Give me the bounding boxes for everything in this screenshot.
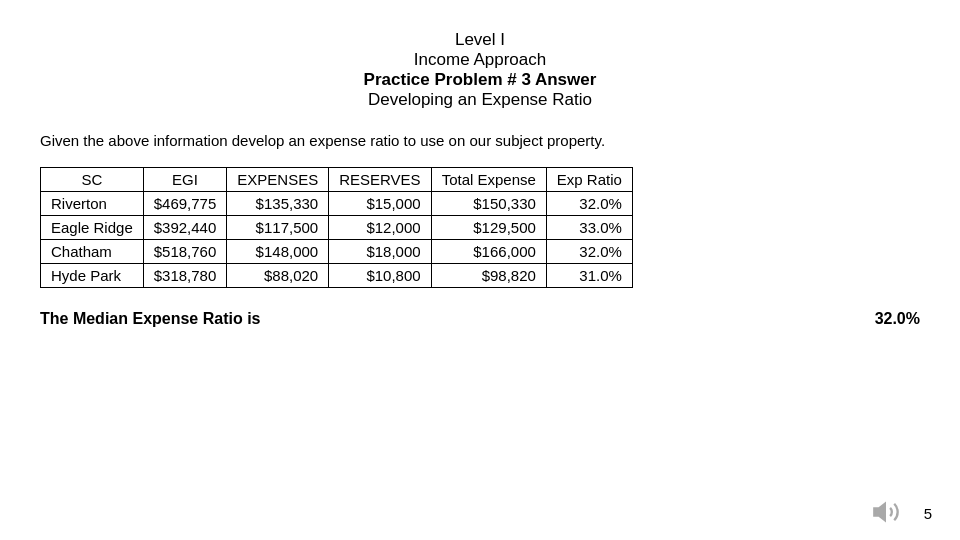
table-cell: 31.0% bbox=[546, 264, 632, 288]
median-row: The Median Expense Ratio is 32.0% bbox=[40, 310, 920, 328]
median-value: 32.0% bbox=[875, 310, 920, 328]
table-cell: $88,020 bbox=[227, 264, 329, 288]
table-cell: Riverton bbox=[41, 192, 144, 216]
table-row: Riverton$469,775$135,330$15,000$150,3303… bbox=[41, 192, 633, 216]
table-header-cell: RESERVES bbox=[329, 168, 431, 192]
table-cell: $98,820 bbox=[431, 264, 546, 288]
table-cell: $135,330 bbox=[227, 192, 329, 216]
table-cell: 33.0% bbox=[546, 216, 632, 240]
table-header-cell: Exp Ratio bbox=[546, 168, 632, 192]
table-cell: $469,775 bbox=[143, 192, 227, 216]
table-cell: $150,330 bbox=[431, 192, 546, 216]
table-cell: Eagle Ridge bbox=[41, 216, 144, 240]
median-label: The Median Expense Ratio is bbox=[40, 310, 261, 328]
table-cell: Hyde Park bbox=[41, 264, 144, 288]
table-cell: $318,780 bbox=[143, 264, 227, 288]
table-cell: 32.0% bbox=[546, 192, 632, 216]
table-cell: $166,000 bbox=[431, 240, 546, 264]
table-row: Hyde Park$318,780$88,020$10,800$98,82031… bbox=[41, 264, 633, 288]
table-cell: $148,000 bbox=[227, 240, 329, 264]
table-cell: $392,440 bbox=[143, 216, 227, 240]
header-line4: Developing an Expense Ratio bbox=[40, 90, 920, 110]
table-cell: $117,500 bbox=[227, 216, 329, 240]
slide: Level I Income Approach Practice Problem… bbox=[0, 0, 960, 540]
header-line3: Practice Problem # 3 Answer bbox=[40, 70, 920, 90]
table-cell: Chatham bbox=[41, 240, 144, 264]
table-cell: $18,000 bbox=[329, 240, 431, 264]
intro-text: Given the above information develop an e… bbox=[40, 132, 920, 149]
table-cell: $12,000 bbox=[329, 216, 431, 240]
table-cell: $15,000 bbox=[329, 192, 431, 216]
table-header-cell: EXPENSES bbox=[227, 168, 329, 192]
table-cell: $129,500 bbox=[431, 216, 546, 240]
expense-table: SCEGIEXPENSESRESERVESTotal ExpenseExp Ra… bbox=[40, 167, 633, 288]
header-line1: Level I bbox=[40, 30, 920, 50]
table-cell: $518,760 bbox=[143, 240, 227, 264]
table-header-cell: SC bbox=[41, 168, 144, 192]
header-line2: Income Approach bbox=[40, 50, 920, 70]
table-cell: $10,800 bbox=[329, 264, 431, 288]
table-row: Eagle Ridge$392,440$117,500$12,000$129,5… bbox=[41, 216, 633, 240]
table-header-cell: EGI bbox=[143, 168, 227, 192]
svg-marker-0 bbox=[874, 504, 885, 520]
table-header-cell: Total Expense bbox=[431, 168, 546, 192]
speaker-icon bbox=[872, 498, 900, 526]
page-number: 5 bbox=[924, 505, 932, 522]
table-cell: 32.0% bbox=[546, 240, 632, 264]
slide-header: Level I Income Approach Practice Problem… bbox=[40, 30, 920, 110]
table-row: Chatham$518,760$148,000$18,000$166,00032… bbox=[41, 240, 633, 264]
